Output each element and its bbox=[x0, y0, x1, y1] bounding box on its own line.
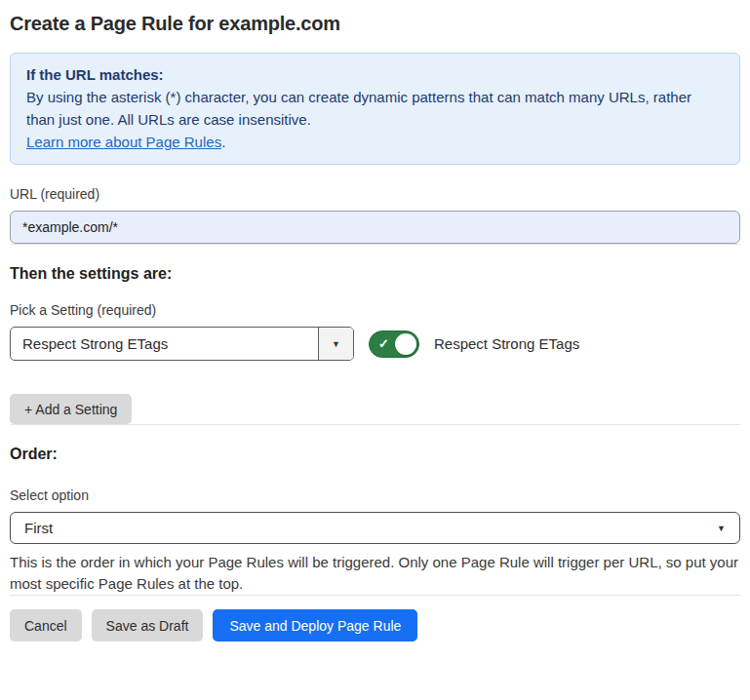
add-setting-button[interactable]: + Add a Setting bbox=[10, 394, 132, 424]
learn-more-link[interactable]: Learn more about Page Rules bbox=[26, 134, 221, 150]
footer-divider bbox=[10, 595, 740, 596]
url-match-info-box: If the URL matches: By using the asteris… bbox=[10, 53, 740, 165]
save-draft-button[interactable]: Save as Draft bbox=[92, 609, 204, 642]
order-help-text: This is the order in which your Page Rul… bbox=[10, 552, 740, 595]
order-select[interactable]: First ▼ bbox=[10, 512, 740, 544]
setting-toggle[interactable]: ✓ bbox=[369, 331, 419, 358]
settings-heading: Then the settings are: bbox=[10, 264, 740, 284]
setting-select-arrow-button[interactable]: ▼ bbox=[318, 328, 353, 360]
url-input[interactable] bbox=[10, 211, 740, 244]
save-deploy-button[interactable]: Save and Deploy Page Rule bbox=[213, 609, 417, 642]
toggle-knob bbox=[395, 333, 416, 355]
chevron-down-icon: ▼ bbox=[332, 339, 340, 349]
order-select-value: First bbox=[24, 520, 53, 536]
check-icon: ✓ bbox=[378, 337, 389, 350]
toggle-label: Respect Strong ETags bbox=[434, 335, 579, 352]
info-box-body: By using the asterisk (*) character, you… bbox=[26, 86, 724, 131]
info-box-link-line: Learn more about Page Rules. bbox=[26, 131, 724, 153]
setting-row: Respect Strong ETags ▼ ✓ Respect Strong … bbox=[10, 327, 740, 361]
footer-actions: Cancel Save as Draft Save and Deploy Pag… bbox=[10, 609, 740, 642]
url-label: URL (required) bbox=[10, 184, 740, 204]
section-divider bbox=[10, 424, 740, 425]
select-option-label: Select option bbox=[10, 486, 740, 505]
order-heading: Order: bbox=[10, 445, 740, 464]
info-box-heading: If the URL matches: bbox=[26, 63, 724, 86]
setting-select-value: Respect Strong ETags bbox=[11, 328, 318, 360]
section-divider bbox=[10, 244, 740, 245]
cancel-button[interactable]: Cancel bbox=[10, 609, 82, 642]
chevron-down-icon: ▼ bbox=[717, 524, 726, 533]
setting-select[interactable]: Respect Strong ETags ▼ bbox=[10, 327, 354, 361]
link-suffix: . bbox=[221, 134, 225, 150]
pick-setting-label: Pick a Setting (required) bbox=[10, 300, 740, 320]
page-title: Create a Page Rule for example.com bbox=[10, 13, 740, 35]
